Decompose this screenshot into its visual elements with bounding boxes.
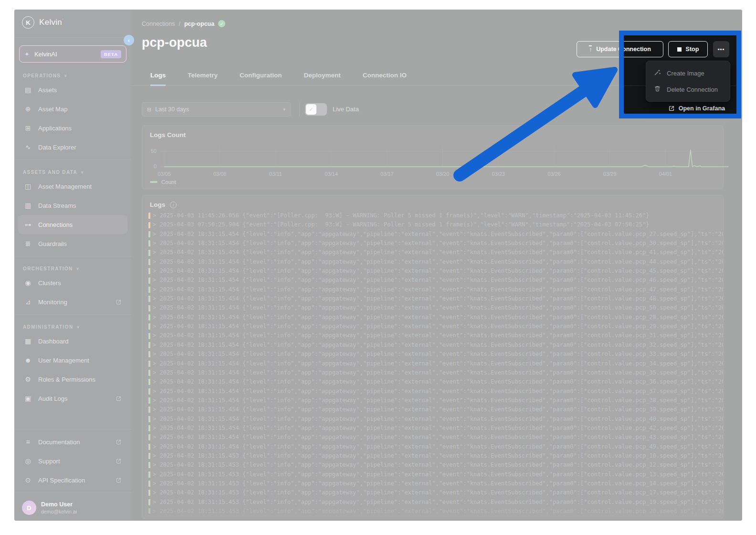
sidebar-item-roles-permissions[interactable]: ⚙Roles & Permissions bbox=[18, 370, 127, 389]
sidebar-item-connections[interactable]: ⊶Connections bbox=[18, 215, 127, 234]
external-link-icon bbox=[116, 458, 122, 464]
log-text: > 2025-04-02 18:31:15.454 {"level":"info… bbox=[153, 415, 723, 424]
log-row[interactable]: > 2025-04-02 18:31:15.454 {"level":"info… bbox=[142, 424, 723, 433]
log-row[interactable]: > 2025-04-02 18:31:15.454 {"level":"info… bbox=[142, 285, 723, 294]
log-row[interactable]: > 2025-04-02 18:31:15.454 {"level":"info… bbox=[142, 248, 723, 257]
section-header-orchestration[interactable]: ORCHESTRATION∨ bbox=[23, 266, 131, 271]
log-row[interactable]: > 2025-04-02 18:31:15.454 {"level":"info… bbox=[142, 230, 723, 239]
log-row[interactable]: > 2025-04-02 18:31:15.453 {"level":"info… bbox=[142, 488, 723, 497]
external-link-icon bbox=[116, 299, 122, 305]
log-row[interactable]: > 2025-04-02 18:31:15.454 {"level":"info… bbox=[142, 415, 723, 424]
sidebar-item-monitoring[interactable]: ⊿Monitoring bbox=[18, 292, 127, 311]
spacer bbox=[14, 408, 131, 426]
stop-button[interactable]: Stop bbox=[668, 41, 708, 57]
log-row[interactable]: > 2025-04-02 18:31:15.454 {"level":"info… bbox=[142, 387, 723, 396]
log-row[interactable]: > 2025-04-03 07:50:25.904 {"event":"[Pol… bbox=[142, 220, 723, 229]
sidebar-collapse-button[interactable]: ‹ bbox=[124, 35, 134, 45]
tab-deployment[interactable]: Deployment bbox=[304, 72, 341, 86]
log-text: > 2025-04-02 18:31:15.454 {"level":"info… bbox=[153, 257, 723, 267]
y-tick-label: 50 bbox=[145, 148, 157, 154]
log-row[interactable]: > 2025-04-02 18:31:15.454 {"level":"info… bbox=[142, 239, 723, 248]
log-row[interactable]: > 2025-04-02 18:31:15.454 {"level":"info… bbox=[142, 276, 723, 285]
log-row[interactable]: > 2025-04-02 18:31:15.454 {"level":"info… bbox=[142, 433, 723, 442]
log-level-bar-info bbox=[148, 287, 150, 293]
log-row[interactable]: > 2025-04-02 18:31:15.453 {"level":"info… bbox=[142, 451, 723, 460]
log-row[interactable]: > 2025-04-02 18:31:15.454 {"level":"info… bbox=[142, 377, 723, 386]
log-text: > 2025-04-02 18:31:15.453 {"level":"info… bbox=[153, 498, 723, 507]
log-row[interactable]: > 2025-04-02 18:31:15.454 {"level":"info… bbox=[142, 350, 723, 359]
sidebar-item-asset-map[interactable]: ⊕Asset Map bbox=[18, 99, 127, 118]
sidebar-item-label: API Specification bbox=[38, 477, 85, 484]
log-row[interactable]: > 2025-04-02 18:31:15.454 {"level":"info… bbox=[142, 313, 723, 322]
sidebar-item-dashboard[interactable]: ▦Dashboard bbox=[18, 332, 127, 351]
log-text: > 2025-04-02 18:31:15.454 {"level":"info… bbox=[153, 424, 723, 433]
log-row[interactable]: > 2025-04-02 18:31:15.454 {"level":"info… bbox=[142, 405, 723, 414]
guardrails-icon: ≣ bbox=[24, 240, 32, 247]
sidebar-item-data-explorer[interactable]: ∿Data Explorer bbox=[18, 138, 127, 157]
kelvin-logo-icon: K bbox=[22, 16, 34, 29]
documentation-icon: ≡ bbox=[24, 438, 32, 446]
tab-telemetry[interactable]: Telemetry bbox=[188, 72, 218, 86]
app-window: K Kelvin˚ ✦ KelvinAI BETA OPERATIONS∨▤As… bbox=[14, 10, 742, 521]
sidebar-item-assets[interactable]: ▤Assets bbox=[18, 80, 127, 99]
x-tick-label: 03/17 bbox=[380, 171, 394, 177]
live-data-toggle[interactable]: ✓ bbox=[305, 103, 327, 116]
log-row[interactable]: > 2025-04-02 18:31:15.453 {"level":"info… bbox=[142, 507, 723, 514]
date-range-select[interactable]: ⊟ Last 30 days ▾ bbox=[142, 102, 291, 117]
log-row[interactable]: > 2025-04-02 18:31:15.453 {"level":"info… bbox=[142, 479, 723, 488]
tab-logs[interactable]: Logs bbox=[150, 72, 166, 86]
log-row[interactable]: > 2025-04-02 18:31:15.454 {"level":"info… bbox=[142, 303, 723, 312]
log-row[interactable]: > 2025-04-02 18:31:15.453 {"level":"info… bbox=[142, 498, 723, 507]
log-row[interactable]: > 2025-04-02 18:31:15.454 {"level":"info… bbox=[142, 322, 723, 331]
tab-configuration[interactable]: Configuration bbox=[240, 72, 282, 86]
menu-item-label: Delete Connection bbox=[667, 86, 718, 93]
log-row[interactable]: > 2025-04-02 18:31:15.454 {"level":"info… bbox=[142, 257, 723, 267]
log-text: > 2025-04-02 18:31:15.454 {"level":"info… bbox=[153, 267, 723, 276]
sidebar-item-api-specification[interactable]: ⊙API Specification bbox=[18, 471, 127, 490]
breadcrumb-root[interactable]: Connections bbox=[142, 21, 175, 27]
open-in-grafana-link[interactable]: Open in Grafana bbox=[668, 105, 725, 112]
section-header-operations[interactable]: OPERATIONS∨ bbox=[23, 73, 131, 78]
log-level-bar-info bbox=[148, 407, 150, 413]
log-row[interactable]: > 2025-04-02 18:31:15.454 {"level":"info… bbox=[142, 267, 723, 276]
log-row[interactable]: > 2025-04-02 18:31:15.453 {"level":"info… bbox=[142, 470, 723, 479]
sidebar-footer: ≡Documentation◎Support⊙API Specification bbox=[14, 432, 131, 490]
user-profile[interactable]: D Demo User demo@kelvin.ai bbox=[14, 496, 131, 521]
sidebar-item-documentation[interactable]: ≡Documentation bbox=[18, 432, 127, 451]
sidebar-item-label: Applications bbox=[38, 125, 72, 132]
sidebar-item-user-management[interactable]: ☻User Management bbox=[18, 351, 127, 370]
log-row[interactable]: > 2025-04-02 18:31:15.454 {"level":"info… bbox=[142, 442, 723, 451]
user-email: demo@kelvin.ai bbox=[41, 509, 77, 514]
log-row[interactable]: > 2025-04-03 11:45:26.056 {"event":"[Pol… bbox=[142, 211, 723, 220]
sidebar-item-guardrails[interactable]: ≣Guardrails bbox=[18, 234, 127, 253]
info-icon[interactable]: i bbox=[170, 202, 177, 208]
x-tick-label: 03/11 bbox=[269, 171, 282, 177]
menu-item-create-image[interactable]: Create Image bbox=[646, 65, 730, 81]
log-list[interactable]: > 2025-04-03 11:45:26.056 {"event":"[Pol… bbox=[142, 211, 723, 514]
section-header-assets-and-data[interactable]: ASSETS AND DATA∨ bbox=[23, 170, 131, 175]
sidebar-item-asset-management[interactable]: ◫Asset Management bbox=[18, 177, 127, 196]
more-actions-button[interactable]: ••• bbox=[713, 41, 729, 57]
tab-connection-io[interactable]: Connection IO bbox=[363, 72, 407, 86]
section-header-administration[interactable]: ADMINISTRATION∨ bbox=[23, 324, 131, 330]
x-tick-label: 03/14 bbox=[325, 171, 338, 177]
sidebar-item-data-streams[interactable]: ▥Data Streams bbox=[18, 196, 127, 215]
log-row[interactable]: > 2025-04-02 18:31:15.454 {"level":"info… bbox=[142, 331, 723, 340]
sidebar-item-audit-logs[interactable]: ▣Audit Logs bbox=[18, 389, 127, 408]
update-connection-button[interactable]: ↑ Update Connection bbox=[577, 41, 663, 57]
menu-item-delete-connection[interactable]: Delete Connection bbox=[646, 81, 730, 97]
log-row[interactable]: > 2025-04-02 18:31:15.454 {"level":"info… bbox=[142, 359, 723, 368]
sidebar: K Kelvin˚ ✦ KelvinAI BETA OPERATIONS∨▤As… bbox=[14, 10, 131, 521]
log-row[interactable]: > 2025-04-02 18:31:15.454 {"level":"info… bbox=[142, 396, 723, 405]
log-row[interactable]: > 2025-04-02 18:31:15.454 {"level":"info… bbox=[142, 341, 723, 350]
sidebar-item-applications[interactable]: ⊞Applications bbox=[18, 118, 127, 138]
asset-map-icon: ⊕ bbox=[24, 105, 32, 113]
monitoring-icon: ⊿ bbox=[24, 298, 32, 306]
sidebar-item-support[interactable]: ◎Support bbox=[18, 451, 127, 471]
log-row[interactable]: > 2025-04-02 18:31:15.454 {"level":"info… bbox=[142, 294, 723, 303]
sidebar-item-clusters[interactable]: ◉Clusters bbox=[18, 273, 127, 292]
divider bbox=[14, 314, 131, 315]
log-row[interactable]: > 2025-04-02 18:31:15.453 {"level":"info… bbox=[142, 460, 723, 470]
sidebar-item-kelvinai[interactable]: ✦ KelvinAI BETA bbox=[19, 45, 126, 63]
log-row[interactable]: > 2025-04-02 18:31:15.454 {"level":"info… bbox=[142, 368, 723, 377]
